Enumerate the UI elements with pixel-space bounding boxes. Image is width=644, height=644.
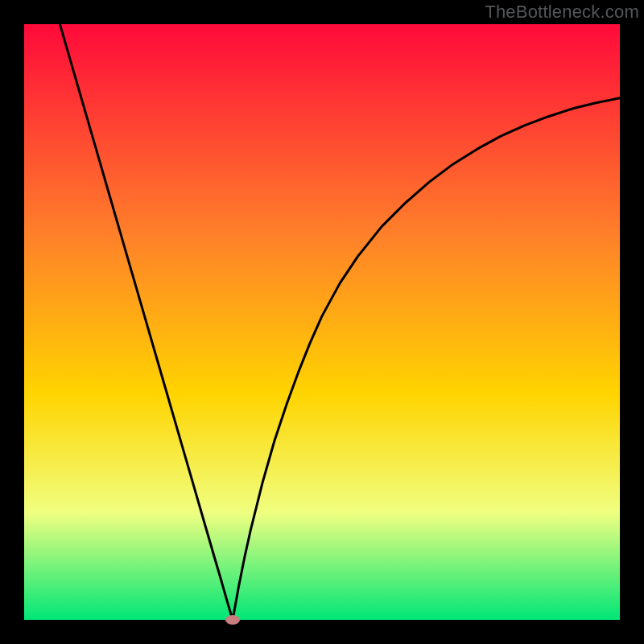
optimum-marker xyxy=(225,615,240,625)
bottleneck-chart xyxy=(0,0,644,644)
chart-background xyxy=(24,24,620,620)
chart-container: { "attribution": "TheBottleneck.com", "c… xyxy=(0,0,644,644)
attribution-label: TheBottleneck.com xyxy=(485,2,639,23)
